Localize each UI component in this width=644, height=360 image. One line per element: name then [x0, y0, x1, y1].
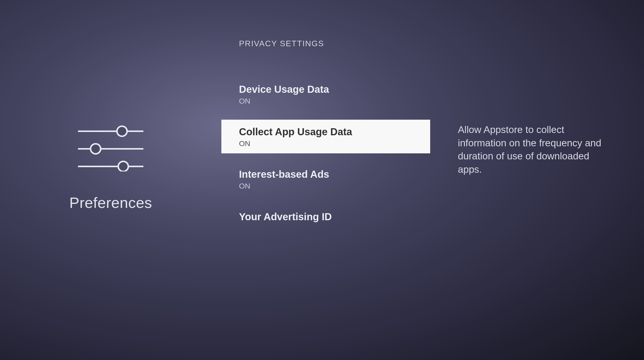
menu-item-title: Device Usage Data [239, 83, 413, 96]
left-panel: Preferences [0, 0, 221, 360]
svg-point-3 [91, 144, 101, 154]
menu-item-collect-app-usage-data[interactable]: Collect App Usage Data ON [221, 120, 430, 153]
sliders-icon [75, 121, 146, 171]
middle-panel: PRIVACY SETTINGS Device Usage Data ON Co… [221, 0, 430, 360]
menu-item-status: ON [239, 182, 413, 190]
svg-point-5 [118, 161, 128, 171]
svg-point-1 [117, 126, 127, 136]
menu-item-title: Collect App Usage Data [239, 125, 413, 138]
menu-item-device-usage-data[interactable]: Device Usage Data ON [221, 77, 430, 111]
menu-item-interest-based-ads[interactable]: Interest-based Ads ON [221, 162, 430, 196]
section-title: Preferences [69, 194, 152, 211]
item-description: Allow Appstore to collect information on… [458, 123, 611, 176]
menu-item-title: Your Advertising ID [239, 210, 413, 223]
panel-header: PRIVACY SETTINGS [221, 39, 430, 48]
menu-item-status: ON [239, 97, 413, 105]
menu-item-your-advertising-id[interactable]: Your Advertising ID [221, 205, 430, 229]
menu-item-title: Interest-based Ads [239, 168, 413, 181]
menu-item-status: ON [239, 139, 413, 148]
right-panel: Allow Appstore to collect information on… [430, 0, 644, 360]
